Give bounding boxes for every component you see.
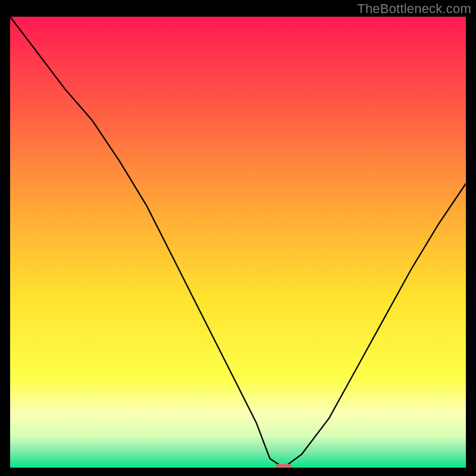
gradient-background — [10, 17, 466, 468]
optimum-marker — [275, 464, 292, 468]
chart-svg — [10, 17, 466, 468]
plot-area — [10, 17, 466, 468]
watermark-text: TheBottleneck.com — [357, 1, 471, 17]
chart-frame: TheBottleneck.com — [0, 0, 476, 476]
